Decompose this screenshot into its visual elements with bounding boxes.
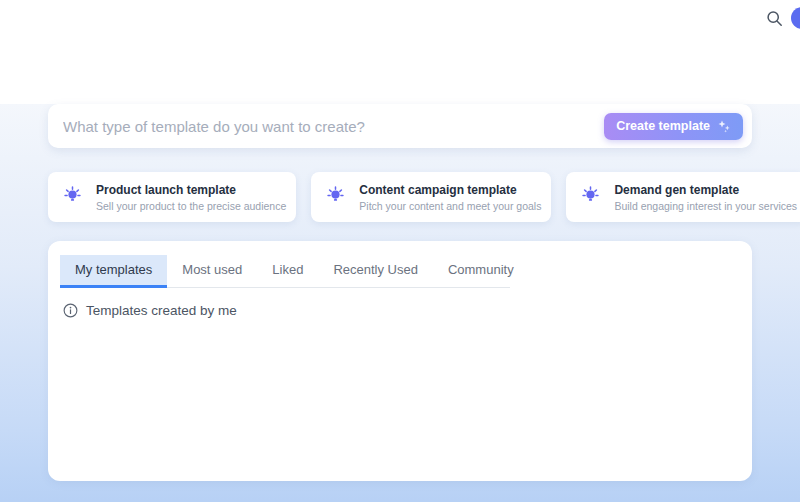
top-bar	[0, 0, 800, 36]
suggestion-card-content-campaign[interactable]: Content campaign template Pitch your con…	[311, 172, 551, 222]
suggestion-subtitle: Build engaging interest in your services	[614, 200, 797, 212]
suggestion-card-text: Demand gen template Build engaging inter…	[614, 183, 797, 212]
create-template-button[interactable]: Create template	[604, 113, 743, 140]
lightbulb-icon	[325, 185, 346, 210]
lightbulb-icon	[580, 185, 601, 210]
info-circle-icon	[63, 303, 78, 318]
tab-my-templates[interactable]: My templates	[60, 255, 167, 288]
suggestion-card-demand-gen[interactable]: Demand gen template Build engaging inter…	[566, 172, 800, 222]
suggestion-title: Demand gen template	[614, 183, 797, 197]
suggestion-card-product-launch[interactable]: Product launch template Sell your produc…	[48, 172, 296, 222]
suggestion-subtitle: Pitch your content and meet your goals	[359, 200, 541, 212]
template-prompt-input[interactable]	[63, 118, 604, 135]
avatar[interactable]	[791, 7, 800, 29]
tab-recently-used[interactable]: Recently Used	[318, 255, 433, 288]
templates-tab-bar: My templates Most used Liked Recently Us…	[60, 255, 510, 288]
tab-community[interactable]: Community	[433, 255, 529, 288]
empty-state-row: Templates created by me	[63, 303, 740, 318]
tab-most-used[interactable]: Most used	[167, 255, 257, 288]
sparkles-icon	[717, 119, 731, 133]
empty-state-message: Templates created by me	[86, 303, 237, 318]
suggestion-cards-row: Product launch template Sell your produc…	[48, 172, 752, 222]
tab-liked[interactable]: Liked	[257, 255, 318, 288]
templates-panel: My templates Most used Liked Recently Us…	[48, 241, 752, 481]
suggestion-title: Content campaign template	[359, 183, 541, 197]
main-content: Create template	[0, 104, 800, 502]
lightbulb-icon	[62, 185, 83, 210]
search-icon[interactable]	[762, 6, 786, 30]
suggestion-title: Product launch template	[96, 183, 286, 197]
suggestion-subtitle: Sell your product to the precise audienc…	[96, 200, 286, 212]
suggestion-card-text: Product launch template Sell your produc…	[96, 183, 286, 212]
template-prompt-bar: Create template	[48, 104, 752, 148]
suggestion-card-text: Content campaign template Pitch your con…	[359, 183, 541, 212]
create-template-label: Create template	[616, 119, 710, 133]
